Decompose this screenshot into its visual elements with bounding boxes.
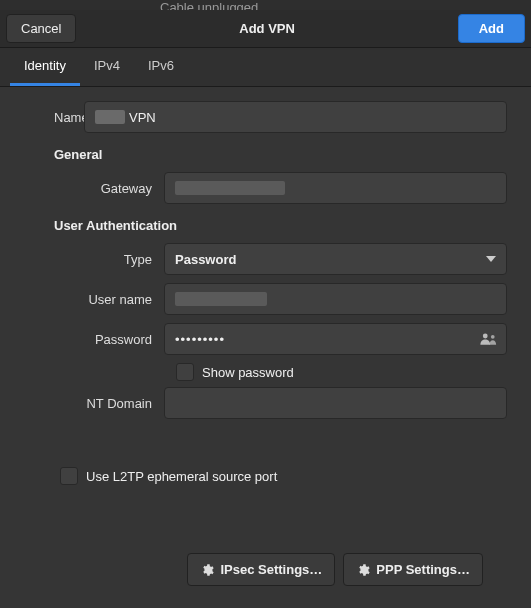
redacted-text xyxy=(175,181,285,195)
username-label: User name xyxy=(24,292,164,307)
userauth-section-title: User Authentication xyxy=(54,218,507,233)
tab-bar: Identity IPv4 IPv6 xyxy=(0,48,531,87)
password-row: Password xyxy=(24,323,507,355)
dialog-title: Add VPN xyxy=(76,21,457,36)
ppp-settings-button[interactable]: PPP Settings… xyxy=(343,553,483,586)
svg-point-1 xyxy=(491,335,495,339)
name-row: Name VPN xyxy=(24,101,507,133)
type-value: Password xyxy=(175,252,236,267)
l2tp-label: Use L2TP ephemeral source port xyxy=(86,469,277,484)
ppp-settings-label: PPP Settings… xyxy=(376,562,470,577)
tab-ipv6[interactable]: IPv6 xyxy=(134,48,188,86)
identity-panel: Name VPN General Gateway User Authentica… xyxy=(0,87,531,608)
password-input[interactable] xyxy=(175,332,480,347)
footer-buttons: IPsec Settings… PPP Settings… xyxy=(24,541,507,604)
chevron-down-icon xyxy=(486,256,496,262)
type-select[interactable]: Password xyxy=(164,243,507,275)
tab-identity[interactable]: Identity xyxy=(10,48,80,86)
ipsec-settings-button[interactable]: IPsec Settings… xyxy=(187,553,335,586)
l2tp-checkbox[interactable] xyxy=(60,467,78,485)
tab-ipv4[interactable]: IPv4 xyxy=(80,48,134,86)
show-password-label: Show password xyxy=(202,365,294,380)
ntdomain-label: NT Domain xyxy=(24,396,164,411)
cancel-button[interactable]: Cancel xyxy=(6,14,76,43)
general-section-title: General xyxy=(54,147,507,162)
name-input[interactable]: VPN xyxy=(84,101,507,133)
name-value-suffix: VPN xyxy=(129,110,156,125)
svg-point-0 xyxy=(483,334,488,339)
gear-icon xyxy=(356,563,370,577)
username-input[interactable] xyxy=(164,283,507,315)
username-row: User name xyxy=(24,283,507,315)
type-row: Type Password xyxy=(24,243,507,275)
redacted-text xyxy=(95,110,125,124)
ipsec-settings-label: IPsec Settings… xyxy=(220,562,322,577)
show-password-checkbox[interactable] xyxy=(176,363,194,381)
dialog-header: Cancel Add VPN Add xyxy=(0,10,531,48)
ntdomain-row: NT Domain xyxy=(24,387,507,419)
name-label: Name xyxy=(24,110,84,125)
password-input-wrap xyxy=(164,323,507,355)
add-button[interactable]: Add xyxy=(458,14,525,43)
ntdomain-input[interactable] xyxy=(164,387,507,419)
gear-icon xyxy=(200,563,214,577)
l2tp-row: Use L2TP ephemeral source port xyxy=(60,467,507,485)
gateway-input[interactable] xyxy=(164,172,507,204)
redacted-text xyxy=(175,292,267,306)
gateway-label: Gateway xyxy=(24,181,164,196)
users-icon[interactable] xyxy=(480,332,498,346)
show-password-row: Show password xyxy=(176,363,507,381)
gateway-row: Gateway xyxy=(24,172,507,204)
password-label: Password xyxy=(24,332,164,347)
type-label: Type xyxy=(24,252,164,267)
add-vpn-dialog: Cancel Add VPN Add Identity IPv4 IPv6 Na… xyxy=(0,10,531,608)
